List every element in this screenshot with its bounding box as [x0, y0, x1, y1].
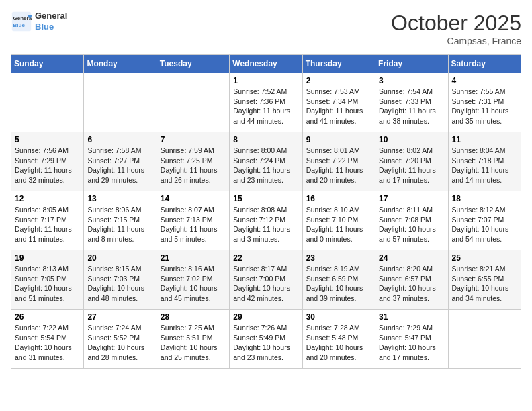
calendar-cell: 29Sunrise: 7:26 AM Sunset: 5:49 PM Dayli… [230, 310, 302, 369]
day-info: Sunrise: 8:05 AM Sunset: 7:17 PM Dayligh… [15, 205, 80, 244]
day-info: Sunrise: 8:00 AM Sunset: 7:24 PM Dayligh… [233, 146, 298, 185]
day-number: 22 [233, 253, 298, 263]
calendar-week-2: 5Sunrise: 7:56 AM Sunset: 7:29 PM Daylig… [11, 132, 521, 191]
calendar-week-5: 26Sunrise: 7:22 AM Sunset: 5:54 PM Dayli… [11, 310, 521, 369]
day-number: 1 [233, 76, 298, 85]
calendar-week-4: 19Sunrise: 8:13 AM Sunset: 7:05 PM Dayli… [11, 250, 521, 310]
calendar-week-1: 1Sunrise: 7:52 AM Sunset: 7:36 PM Daylig… [11, 73, 521, 132]
day-info: Sunrise: 7:53 AM Sunset: 7:34 PM Dayligh… [306, 87, 371, 126]
day-number: 8 [233, 135, 298, 144]
weekday-header-wednesday: Wednesday [230, 55, 302, 73]
day-number: 12 [15, 194, 80, 203]
day-number: 27 [87, 312, 152, 322]
day-info: Sunrise: 8:11 AM Sunset: 7:08 PM Dayligh… [379, 205, 444, 244]
calendar-cell: 28Sunrise: 7:25 AM Sunset: 5:51 PM Dayli… [157, 310, 229, 369]
calendar-cell: 15Sunrise: 8:08 AM Sunset: 7:12 PM Dayli… [230, 191, 302, 250]
weekday-header-friday: Friday [375, 55, 448, 73]
day-info: Sunrise: 8:02 AM Sunset: 7:20 PM Dayligh… [379, 146, 444, 185]
day-info: Sunrise: 7:59 AM Sunset: 7:25 PM Dayligh… [161, 146, 226, 185]
day-info: Sunrise: 7:22 AM Sunset: 5:54 PM Dayligh… [15, 323, 80, 363]
calendar-cell: 14Sunrise: 8:07 AM Sunset: 7:13 PM Dayli… [157, 191, 229, 250]
calendar-table: SundayMondayTuesdayWednesdayThursdayFrid… [11, 54, 521, 369]
day-number: 3 [379, 76, 444, 85]
day-info: Sunrise: 7:56 AM Sunset: 7:29 PM Dayligh… [15, 146, 80, 185]
calendar-cell [84, 73, 157, 132]
calendar-cell: 20Sunrise: 8:15 AM Sunset: 7:03 PM Dayli… [84, 250, 157, 310]
day-number: 19 [15, 253, 80, 263]
day-number: 25 [452, 253, 517, 263]
day-info: Sunrise: 8:06 AM Sunset: 7:15 PM Dayligh… [87, 205, 152, 244]
day-number: 18 [452, 194, 517, 203]
day-number: 17 [379, 194, 444, 203]
weekday-header-sunday: Sunday [11, 55, 84, 73]
day-number: 28 [161, 312, 226, 322]
calendar-cell: 11Sunrise: 8:04 AM Sunset: 7:18 PM Dayli… [448, 132, 521, 191]
logo-icon: General Blue [11, 11, 32, 32]
calendar-cell: 23Sunrise: 8:19 AM Sunset: 6:59 PM Dayli… [302, 250, 375, 310]
day-info: Sunrise: 8:20 AM Sunset: 6:57 PM Dayligh… [379, 264, 444, 304]
day-info: Sunrise: 8:16 AM Sunset: 7:02 PM Dayligh… [161, 264, 226, 304]
day-number: 5 [15, 135, 80, 144]
day-info: Sunrise: 8:15 AM Sunset: 7:03 PM Dayligh… [87, 264, 152, 304]
calendar-cell: 1Sunrise: 7:52 AM Sunset: 7:36 PM Daylig… [230, 73, 302, 132]
calendar-cell: 21Sunrise: 8:16 AM Sunset: 7:02 PM Dayli… [157, 250, 229, 310]
calendar-cell: 4Sunrise: 7:55 AM Sunset: 7:31 PM Daylig… [448, 73, 521, 132]
day-number: 10 [379, 135, 444, 144]
calendar-cell: 12Sunrise: 8:05 AM Sunset: 7:17 PM Dayli… [11, 191, 84, 250]
day-number: 2 [306, 76, 371, 85]
day-number: 20 [87, 253, 152, 263]
day-number: 6 [87, 135, 152, 144]
calendar-cell: 24Sunrise: 8:20 AM Sunset: 6:57 PM Dayli… [375, 250, 448, 310]
calendar-cell: 18Sunrise: 8:12 AM Sunset: 7:07 PM Dayli… [448, 191, 521, 250]
calendar-cell: 30Sunrise: 7:28 AM Sunset: 5:48 PM Dayli… [302, 310, 375, 369]
calendar-cell: 25Sunrise: 8:21 AM Sunset: 6:55 PM Dayli… [448, 250, 521, 310]
calendar-cell: 22Sunrise: 8:17 AM Sunset: 7:00 PM Dayli… [230, 250, 302, 310]
day-number: 9 [306, 135, 371, 144]
month-title: October 2025 [391, 11, 521, 36]
day-info: Sunrise: 8:01 AM Sunset: 7:22 PM Dayligh… [306, 146, 371, 185]
day-info: Sunrise: 7:29 AM Sunset: 5:47 PM Dayligh… [379, 323, 444, 363]
weekday-header-saturday: Saturday [448, 55, 521, 73]
calendar-cell [11, 73, 84, 132]
calendar-cell: 5Sunrise: 7:56 AM Sunset: 7:29 PM Daylig… [11, 132, 84, 191]
weekday-header-monday: Monday [84, 55, 157, 73]
calendar-cell: 6Sunrise: 7:58 AM Sunset: 7:27 PM Daylig… [84, 132, 157, 191]
day-number: 24 [379, 253, 444, 263]
calendar-cell: 26Sunrise: 7:22 AM Sunset: 5:54 PM Dayli… [11, 310, 84, 369]
logo-text: General Blue [35, 11, 67, 32]
weekday-header-thursday: Thursday [302, 55, 375, 73]
day-info: Sunrise: 7:26 AM Sunset: 5:49 PM Dayligh… [233, 323, 298, 363]
day-number: 14 [161, 194, 226, 203]
day-info: Sunrise: 8:21 AM Sunset: 6:55 PM Dayligh… [452, 264, 517, 304]
calendar-cell: 16Sunrise: 8:10 AM Sunset: 7:10 PM Dayli… [302, 191, 375, 250]
day-info: Sunrise: 7:28 AM Sunset: 5:48 PM Dayligh… [306, 323, 371, 363]
calendar-cell: 10Sunrise: 8:02 AM Sunset: 7:20 PM Dayli… [375, 132, 448, 191]
day-info: Sunrise: 8:07 AM Sunset: 7:13 PM Dayligh… [161, 205, 226, 244]
calendar-cell: 13Sunrise: 8:06 AM Sunset: 7:15 PM Dayli… [84, 191, 157, 250]
day-number: 15 [233, 194, 298, 203]
day-info: Sunrise: 8:12 AM Sunset: 7:07 PM Dayligh… [452, 205, 517, 244]
day-info: Sunrise: 7:25 AM Sunset: 5:51 PM Dayligh… [161, 323, 226, 363]
calendar-cell: 27Sunrise: 7:24 AM Sunset: 5:52 PM Dayli… [84, 310, 157, 369]
day-info: Sunrise: 8:10 AM Sunset: 7:10 PM Dayligh… [306, 205, 371, 244]
calendar-cell: 19Sunrise: 8:13 AM Sunset: 7:05 PM Dayli… [11, 250, 84, 310]
calendar-cell: 9Sunrise: 8:01 AM Sunset: 7:22 PM Daylig… [302, 132, 375, 191]
day-info: Sunrise: 8:08 AM Sunset: 7:12 PM Dayligh… [233, 205, 298, 244]
calendar-cell: 17Sunrise: 8:11 AM Sunset: 7:08 PM Dayli… [375, 191, 448, 250]
calendar-cell: 7Sunrise: 7:59 AM Sunset: 7:25 PM Daylig… [157, 132, 229, 191]
calendar-cell: 3Sunrise: 7:54 AM Sunset: 7:33 PM Daylig… [375, 73, 448, 132]
day-info: Sunrise: 7:58 AM Sunset: 7:27 PM Dayligh… [87, 146, 152, 185]
day-number: 23 [306, 253, 371, 263]
weekday-header-tuesday: Tuesday [157, 55, 229, 73]
logo: General Blue General Blue [11, 11, 67, 32]
day-info: Sunrise: 7:54 AM Sunset: 7:33 PM Dayligh… [379, 87, 444, 126]
day-number: 29 [233, 312, 298, 322]
day-number: 7 [161, 135, 226, 144]
svg-text:Blue: Blue [13, 22, 26, 28]
day-info: Sunrise: 7:55 AM Sunset: 7:31 PM Dayligh… [452, 87, 517, 126]
day-info: Sunrise: 7:24 AM Sunset: 5:52 PM Dayligh… [87, 323, 152, 363]
day-number: 11 [452, 135, 517, 144]
day-number: 21 [161, 253, 226, 263]
calendar-cell: 2Sunrise: 7:53 AM Sunset: 7:34 PM Daylig… [302, 73, 375, 132]
day-info: Sunrise: 8:19 AM Sunset: 6:59 PM Dayligh… [306, 264, 371, 304]
